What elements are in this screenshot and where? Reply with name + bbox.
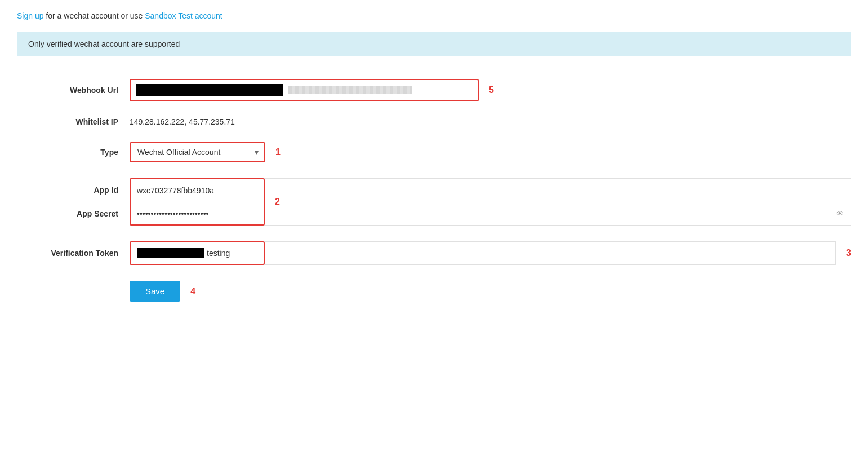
type-select[interactable]: Wechat Official Account Wechat Mini Prog… xyxy=(131,143,255,161)
webhook-redacted-block xyxy=(136,84,283,96)
whitelist-ip-control: 149.28.162.222, 45.77.235.71 xyxy=(130,117,851,126)
type-step-number: 1 xyxy=(275,147,281,157)
app-labels-col: App Id App Secret xyxy=(17,178,130,226)
webhook-url-label: Webhook Url xyxy=(17,86,130,95)
app-secret-label: App Secret xyxy=(17,202,130,226)
app-step-number: 2 xyxy=(275,197,280,207)
sandbox-link[interactable]: Sandbox Test account xyxy=(145,11,222,20)
verification-token-label: Verification Token xyxy=(17,249,130,258)
verification-token-input[interactable] xyxy=(204,242,835,264)
whitelist-ip-row: Whitelist IP 149.28.162.222, 45.77.235.7… xyxy=(17,117,851,126)
token-redacted-area xyxy=(130,242,204,264)
signup-link[interactable]: Sign up xyxy=(17,11,43,20)
type-select-wrapper: Wechat Official Account Wechat Mini Prog… xyxy=(130,142,265,162)
app-id-label: App Id xyxy=(17,178,130,202)
webhook-url-control: 5 xyxy=(130,79,851,101)
eye-icon[interactable]: 👁 xyxy=(836,209,844,218)
verification-step-number: 3 xyxy=(846,248,851,258)
verification-token-control: 3 xyxy=(130,241,851,265)
app-secret-row: 👁 xyxy=(130,202,851,226)
token-redacted-block xyxy=(137,248,204,258)
notice-text: Only verified wechat account are support… xyxy=(28,39,180,48)
webhook-url-field[interactable] xyxy=(130,79,479,101)
app-fields-section: App Id App Secret 👁 2 xyxy=(17,178,851,226)
type-control: Wechat Official Account Wechat Mini Prog… xyxy=(130,142,851,162)
app-id-row xyxy=(130,178,851,202)
verification-input-group xyxy=(130,241,836,265)
app-id-input[interactable] xyxy=(130,179,851,202)
form-section: Webhook Url 5 Whitelist IP 149.28.162.22… xyxy=(17,73,851,323)
top-info-text: Sign up for a wechat account or use Sand… xyxy=(17,11,851,20)
app-secret-input[interactable] xyxy=(130,202,851,225)
app-inputs-col: 👁 2 xyxy=(130,178,851,226)
whitelist-ip-value: 149.28.162.222, 45.77.235.71 xyxy=(130,117,235,126)
save-step-number: 4 xyxy=(190,286,195,297)
webhook-step-number: 5 xyxy=(489,85,494,95)
save-button[interactable]: Save xyxy=(130,281,180,302)
save-row: Save 4 xyxy=(17,281,851,302)
notice-bar: Only verified wechat account are support… xyxy=(17,32,851,56)
select-chevron-icon: ▾ xyxy=(255,148,264,157)
verification-token-row: Verification Token 3 xyxy=(17,241,851,265)
webhook-redacted-blur xyxy=(288,86,412,94)
verification-input-wrapper xyxy=(130,241,836,265)
webhook-url-inner xyxy=(136,84,472,96)
save-control: Save 4 xyxy=(130,281,851,302)
webhook-url-row: Webhook Url 5 xyxy=(17,79,851,101)
whitelist-ip-label: Whitelist IP xyxy=(17,117,130,126)
top-info-middle: for a wechat account or use xyxy=(46,11,145,20)
type-label: Type xyxy=(17,148,130,157)
type-row: Type Wechat Official Account Wechat Mini… xyxy=(17,142,851,162)
